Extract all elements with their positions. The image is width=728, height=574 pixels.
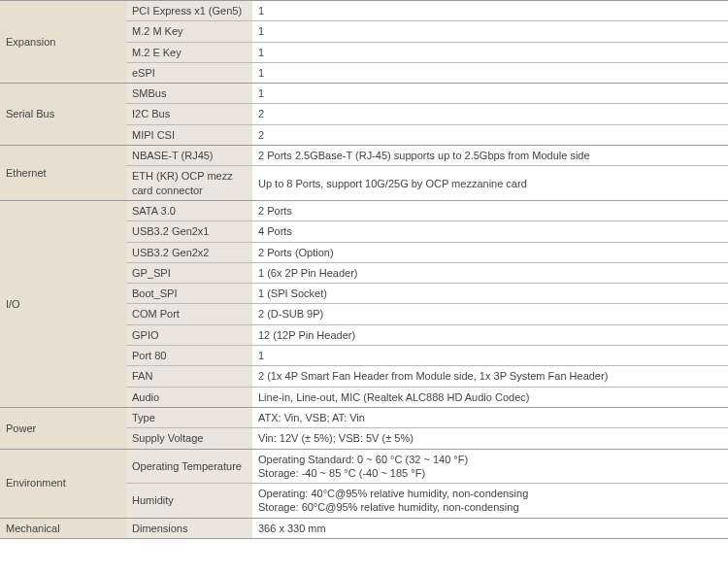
spec-value-cell: Up to 8 Ports, support 10G/25G by OCP me… — [252, 166, 728, 201]
spec-sub-cell: Port 80 — [126, 346, 252, 366]
spec-sub-cell: NBASE-T (RJ45) — [126, 146, 252, 166]
spec-value-cell: Vin: 12V (± 5%); VSB: 5V (± 5%) — [252, 428, 728, 449]
category-cell: Serial Bus — [0, 84, 126, 146]
spec-value-cell: 2 — [252, 124, 728, 145]
spec-value-cell: 2 (1x 4P Smart Fan Header from Module si… — [252, 366, 728, 387]
spec-sub-cell: GPIO — [126, 324, 252, 345]
spec-sub-cell: I2C Bus — [126, 104, 252, 124]
spec-value-cell: 2 (D-SUB 9P) — [252, 304, 728, 324]
spec-sub-cell: eSPI — [126, 62, 252, 83]
spec-value-cell: 2 Ports 2.5GBase-T (RJ-45) supports up t… — [252, 146, 728, 166]
spec-value-cell: Operating Standard: 0 ~ 60 °C (32 ~ 140 … — [252, 449, 728, 484]
spec-sub-cell: FAN — [126, 366, 252, 387]
spec-value-cell: 1 — [252, 42, 728, 62]
category-cell: I/O — [0, 200, 126, 407]
spec-sub-cell: SMBus — [126, 84, 252, 104]
spec-sub-cell: Boot_SPI — [126, 284, 252, 304]
category-cell: Mechanical — [0, 518, 126, 538]
spec-sub-cell: Supply Voltage — [126, 428, 252, 449]
spec-sub-cell: USB3.2 Gen2x1 — [126, 221, 252, 242]
spec-sub-cell: M.2 M Key — [126, 21, 252, 42]
category-cell: Expansion — [0, 1, 126, 84]
spec-sub-cell: Operating Temperature — [126, 449, 252, 484]
spec-value-cell: 366 x 330 mm — [252, 518, 728, 538]
spec-sub-cell: USB3.2 Gen2x2 — [126, 242, 252, 262]
spec-sub-cell: Audio — [126, 387, 252, 407]
spec-sub-cell: M.2 E Key — [126, 42, 252, 62]
spec-value-cell: 1 (6x 2P Pin Header) — [252, 262, 728, 283]
spec-value-cell: 2 — [252, 104, 728, 124]
spec-value-cell: 4 Ports — [252, 221, 728, 242]
spec-value-cell: 1 — [252, 21, 728, 42]
spec-value-cell: Operating: 40°C@95% relative humidity, n… — [252, 484, 728, 519]
spec-sub-cell: MIPI CSI — [126, 124, 252, 145]
category-cell: Environment — [0, 449, 126, 518]
spec-sub-cell: Dimensions — [126, 518, 252, 538]
spec-value-cell: ATX: Vin, VSB; AT: Vin — [252, 407, 728, 427]
category-cell: Ethernet — [0, 146, 126, 201]
spec-value-cell: 1 — [252, 84, 728, 104]
spec-value-cell: 1 (SPI Socket) — [252, 284, 728, 304]
spec-sub-cell: Type — [126, 407, 252, 427]
spec-sub-cell: PCI Express x1 (Gen5) — [126, 1, 252, 21]
spec-value-cell: 12 (12P Pin Header) — [252, 324, 728, 345]
spec-value-cell: 2 Ports — [252, 200, 728, 220]
spec-value-cell: 1 — [252, 346, 728, 366]
spec-table: ExpansionPCI Express x1 (Gen5)1M.2 M Key… — [0, 0, 728, 539]
spec-sub-cell: ETH (KR) OCP mezz card connector — [126, 166, 252, 201]
spec-sub-cell: Humidity — [126, 484, 252, 519]
spec-value-cell: Line-in, Line-out, MIC (Realtek ALC888 H… — [252, 387, 728, 407]
spec-sub-cell: GP_SPI — [126, 262, 252, 283]
spec-value-cell: 2 Ports (Option) — [252, 242, 728, 262]
spec-sub-cell: SATA 3.0 — [126, 200, 252, 220]
spec-sub-cell: COM Port — [126, 304, 252, 324]
spec-value-cell: 1 — [252, 62, 728, 83]
spec-value-cell: 1 — [252, 1, 728, 21]
category-cell: Power — [0, 407, 126, 449]
